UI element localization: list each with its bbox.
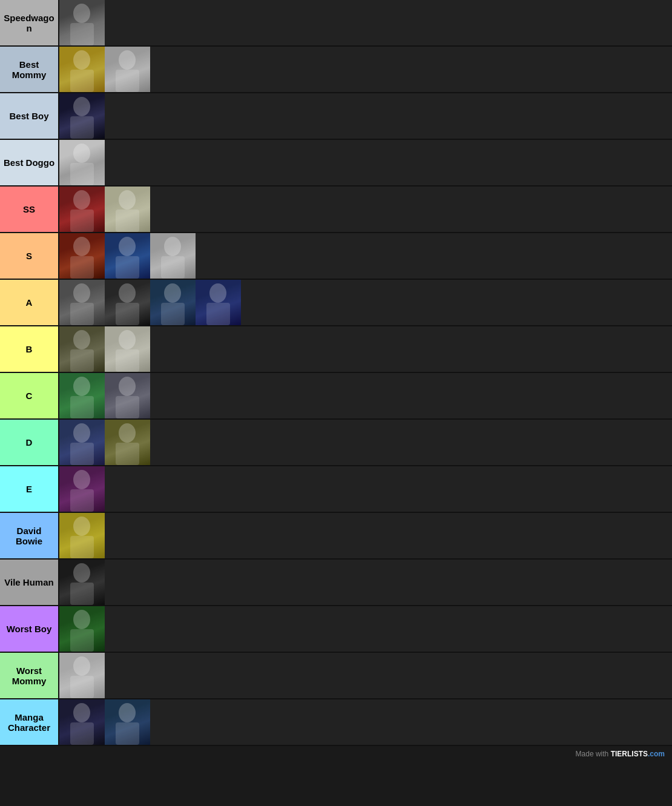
svg-rect-44 xyxy=(70,349,94,372)
tier-item-a1 xyxy=(59,280,105,325)
svg-rect-32 xyxy=(70,303,94,325)
tier-row-speedwagon: Speedwagon xyxy=(0,0,672,47)
svg-rect-38 xyxy=(161,303,185,325)
svg-rect-2 xyxy=(70,23,94,45)
svg-point-64 xyxy=(73,517,90,536)
tier-label-b: B xyxy=(0,326,59,372)
tier-row-ss: SS xyxy=(0,187,672,233)
tier-item-ss2 xyxy=(105,187,150,232)
tier-item-s2 xyxy=(105,233,150,279)
svg-point-43 xyxy=(73,330,90,349)
svg-rect-14 xyxy=(70,163,94,185)
svg-point-4 xyxy=(73,50,90,70)
tier-items-best-doggo xyxy=(59,140,672,185)
tier-label-worst-boy: Worst Boy xyxy=(0,606,59,652)
tier-items-c xyxy=(59,373,672,418)
tier-item-s1 xyxy=(59,233,105,279)
tier-item-a4 xyxy=(196,280,241,325)
svg-point-31 xyxy=(73,283,90,303)
tier-row-s: S xyxy=(0,233,672,280)
watermark: Made with TIERLISTS.com xyxy=(0,746,672,762)
tier-items-b xyxy=(59,326,672,372)
tier-label-speedwagon: Speedwagon xyxy=(0,0,59,45)
tier-row-d: D xyxy=(0,420,672,466)
svg-point-61 xyxy=(73,470,90,489)
svg-point-55 xyxy=(73,423,90,443)
tier-label-best-doggo: Best Doggo xyxy=(0,140,59,185)
tier-row-best-mommy: Best Mommy xyxy=(0,47,672,93)
tier-label-worst-mommy: Worst Mommy xyxy=(0,653,59,698)
svg-point-52 xyxy=(119,377,136,396)
svg-point-28 xyxy=(164,237,181,256)
tier-items-ss xyxy=(59,187,672,232)
svg-point-1 xyxy=(73,4,90,23)
tier-label-e: E xyxy=(0,466,59,512)
tier-item-manga2 xyxy=(105,699,150,745)
tier-item-worstmommy1 xyxy=(59,653,105,698)
tier-label-david-bowie: David Bowie xyxy=(0,513,59,558)
tier-item-c2 xyxy=(105,373,150,418)
tier-label-vile-human: Vile Human xyxy=(0,560,59,605)
tier-item-e1 xyxy=(59,466,105,512)
svg-point-19 xyxy=(119,190,136,210)
tier-label-best-boy: Best Boy xyxy=(0,93,59,139)
tier-row-manga-character: Manga Character xyxy=(0,699,672,746)
svg-point-13 xyxy=(73,144,90,163)
svg-rect-8 xyxy=(116,70,139,92)
tier-items-best-mommy xyxy=(59,47,672,92)
tier-row-worst-mommy: Worst Mommy xyxy=(0,653,672,699)
tier-item-bestmommy1 xyxy=(59,47,105,92)
tier-items-best-boy xyxy=(59,93,672,139)
svg-point-34 xyxy=(119,283,136,303)
tier-item-d2 xyxy=(105,420,150,465)
svg-point-73 xyxy=(73,656,90,676)
svg-rect-56 xyxy=(70,443,94,465)
tier-label-ss: SS xyxy=(0,187,59,232)
svg-rect-50 xyxy=(70,396,94,418)
svg-rect-80 xyxy=(116,722,139,745)
tier-item-vilehuman1 xyxy=(59,560,105,605)
tier-items-vile-human xyxy=(59,560,672,605)
tier-label-d: D xyxy=(0,420,59,465)
svg-rect-71 xyxy=(70,629,94,652)
tier-item-b1 xyxy=(59,326,105,372)
svg-rect-65 xyxy=(70,536,94,558)
tier-item-speedwagon-char xyxy=(59,0,105,45)
tier-list: Speedwagon Best Mommy Best Boy Best Dogg… xyxy=(0,0,672,746)
svg-rect-17 xyxy=(70,210,94,232)
svg-point-7 xyxy=(119,50,136,70)
svg-rect-41 xyxy=(206,303,230,325)
svg-point-49 xyxy=(73,377,90,396)
tier-item-manga1 xyxy=(59,699,105,745)
watermark-brand: TIERLISTS xyxy=(611,750,648,758)
svg-rect-47 xyxy=(116,349,139,372)
tier-items-a xyxy=(59,280,672,325)
svg-point-58 xyxy=(119,423,136,443)
svg-rect-35 xyxy=(116,303,139,325)
tier-row-b: B xyxy=(0,326,672,373)
tier-item-worstboy1 xyxy=(59,606,105,652)
tier-label-manga-character: Manga Character xyxy=(0,699,59,745)
tier-label-s: S xyxy=(0,233,59,279)
svg-point-40 xyxy=(209,283,226,303)
svg-point-46 xyxy=(119,330,136,349)
tier-row-vile-human: Vile Human xyxy=(0,560,672,606)
tier-items-e xyxy=(59,466,672,512)
tier-row-david-bowie: David Bowie xyxy=(0,513,672,560)
svg-point-25 xyxy=(119,237,136,256)
tier-items-speedwagon xyxy=(59,0,672,45)
tier-row-c: C xyxy=(0,373,672,420)
svg-point-79 xyxy=(119,703,136,722)
tier-items-s xyxy=(59,233,672,279)
svg-rect-20 xyxy=(116,210,139,232)
tier-item-c1 xyxy=(59,373,105,418)
svg-rect-68 xyxy=(70,583,94,605)
tier-label-c: C xyxy=(0,373,59,418)
tier-items-worst-boy xyxy=(59,606,672,652)
svg-rect-59 xyxy=(116,443,139,465)
svg-point-16 xyxy=(73,190,90,210)
svg-point-70 xyxy=(73,610,90,629)
tier-row-worst-boy: Worst Boy xyxy=(0,606,672,653)
svg-point-76 xyxy=(73,703,90,722)
svg-rect-62 xyxy=(70,489,94,512)
